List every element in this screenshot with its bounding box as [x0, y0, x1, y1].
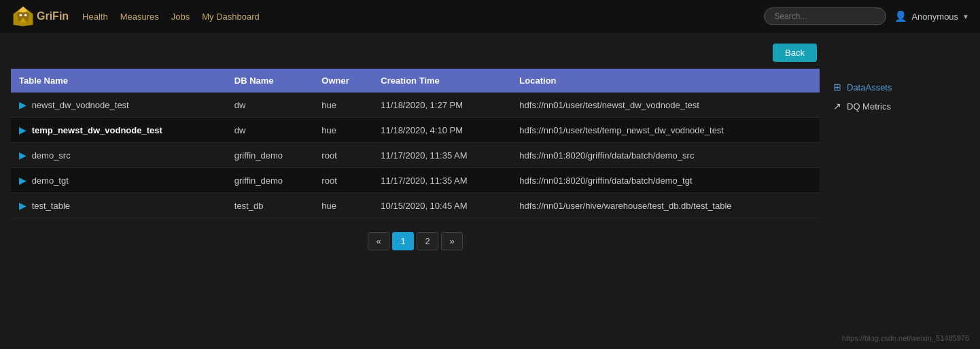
cell-creation-time: 10/15/2020, 10:45 AM [372, 193, 511, 218]
col-owner: Owner [313, 69, 372, 93]
griffin-logo-icon [11, 4, 35, 29]
cell-location: hdfs://nn01/user/test/newst_dw_vodnode_t… [511, 93, 820, 118]
navbar-right: 👤 Anonymous ▼ [764, 7, 969, 25]
cell-db-name: griffin_demo [226, 143, 314, 168]
cell-table-name: ▶ demo_tgt [11, 168, 226, 193]
cell-creation-time: 11/18/2020, 1:27 PM [372, 93, 511, 118]
navbar: GriFin Health Measures Jobs My Dashboard… [0, 0, 980, 33]
pagination-next[interactable]: » [441, 232, 463, 250]
cell-owner: hue [313, 118, 372, 143]
pagination: « 1 2 » [11, 232, 820, 250]
cell-owner: root [313, 168, 372, 193]
row-expand-icon: ▶ [19, 99, 27, 110]
search-input[interactable] [764, 7, 886, 25]
sidebar-item-data-assets[interactable]: ⊞ DataAssets [833, 78, 969, 97]
table-row[interactable]: ▶ demo_tgt griffin_demo root 11/17/2020,… [11, 168, 820, 193]
user-menu[interactable]: 👤 Anonymous ▼ [894, 10, 969, 22]
table-row[interactable]: ▶ temp_newst_dw_vodnode_test dw hue 11/1… [11, 118, 820, 143]
username-label: Anonymous [911, 12, 958, 22]
dropdown-arrow-icon: ▼ [962, 13, 969, 20]
cell-location: hdfs://nn01/user/test/temp_newst_dw_vodn… [511, 118, 820, 143]
table-header: Table Name DB Name Owner Creation Time L… [11, 69, 820, 93]
dq-metrics-label: DQ Metrics [847, 101, 891, 112]
user-icon: 👤 [894, 10, 907, 22]
cell-owner: hue [313, 93, 372, 118]
sidebar: ⊞ DataAssets ↗ DQ Metrics [833, 44, 969, 250]
col-db-name: DB Name [226, 69, 314, 93]
nav-measures[interactable]: Measures [120, 12, 159, 22]
brand-name: GriFin [37, 10, 69, 22]
svg-point-4 [24, 14, 27, 16]
cell-table-name: ▶ newst_dw_vodnode_test [11, 93, 226, 118]
footer-link: https://blog.csdn.net/weixin_51485976 [842, 334, 969, 342]
row-expand-icon: ▶ [19, 124, 27, 135]
cell-db-name: test_db [226, 193, 314, 218]
table-section: Back Table Name DB Name Owner Creation T… [11, 44, 820, 250]
nav-my-dashboard[interactable]: My Dashboard [202, 12, 260, 22]
cell-db-name: dw [226, 118, 314, 143]
cell-creation-time: 11/18/2020, 4:10 PM [372, 118, 511, 143]
dq-metrics-icon: ↗ [833, 101, 841, 112]
brand-logo[interactable]: GriFin [11, 4, 69, 29]
cell-location: hdfs://nn01/user/hive/warehouse/test_db.… [511, 193, 820, 218]
data-assets-link[interactable]: DataAssets [847, 82, 892, 93]
nav-jobs[interactable]: Jobs [171, 12, 190, 22]
row-expand-icon: ▶ [19, 200, 27, 211]
cell-owner: hue [313, 193, 372, 218]
sidebar-item-dq-metrics[interactable]: ↗ DQ Metrics [833, 97, 969, 116]
table-body: ▶ newst_dw_vodnode_test dw hue 11/18/202… [11, 93, 820, 218]
cell-creation-time: 11/17/2020, 11:35 AM [372, 143, 511, 168]
col-creation-time: Creation Time [372, 69, 511, 93]
navbar-links: Health Measures Jobs My Dashboard [82, 12, 750, 22]
col-location: Location [511, 69, 820, 93]
pagination-prev[interactable]: « [368, 232, 389, 250]
cell-table-name: ▶ demo_src [11, 143, 226, 168]
cell-table-name: ▶ temp_newst_dw_vodnode_test [11, 118, 226, 143]
pagination-page-1[interactable]: 1 [392, 232, 414, 250]
table-row[interactable]: ▶ test_table test_db hue 10/15/2020, 10:… [11, 193, 820, 218]
data-table: Table Name DB Name Owner Creation Time L… [11, 69, 820, 218]
cell-db-name: griffin_demo [226, 168, 314, 193]
table-row[interactable]: ▶ newst_dw_vodnode_test dw hue 11/18/202… [11, 93, 820, 118]
svg-point-3 [20, 14, 22, 16]
cell-location: hdfs://nn01:8020/griffin/data/batch/demo… [511, 168, 820, 193]
col-table-name: Table Name [11, 69, 226, 93]
cell-db-name: dw [226, 93, 314, 118]
main-content: Back Table Name DB Name Owner Creation T… [0, 33, 980, 261]
table-row[interactable]: ▶ demo_src griffin_demo root 11/17/2020,… [11, 143, 820, 168]
data-assets-icon: ⊞ [833, 82, 841, 93]
row-expand-icon: ▶ [19, 150, 27, 161]
pagination-page-2[interactable]: 2 [417, 232, 438, 250]
back-button[interactable]: Back [773, 44, 817, 62]
cell-location: hdfs://nn01:8020/griffin/data/batch/demo… [511, 143, 820, 168]
cell-table-name: ▶ test_table [11, 193, 226, 218]
cell-owner: root [313, 143, 372, 168]
back-btn-row: Back [11, 44, 820, 62]
nav-health[interactable]: Health [82, 12, 108, 22]
row-expand-icon: ▶ [19, 175, 27, 186]
cell-creation-time: 11/17/2020, 11:35 AM [372, 168, 511, 193]
